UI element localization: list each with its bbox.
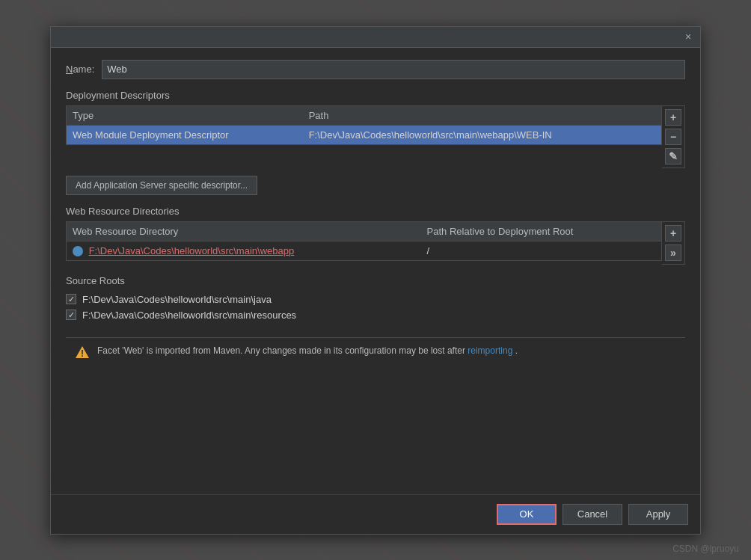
web-resource-actions: + » (662, 221, 685, 265)
source-root-path-0: F:\Dev\Java\Codes\helloworld\src\main\ja… (82, 294, 272, 305)
warning-bar: ! Facet 'Web' is imported from Maven. An… (66, 337, 685, 366)
warning-text-after: . (515, 345, 518, 356)
table-row[interactable]: Web Module Deployment Descriptor F:\Dev\… (67, 125, 662, 144)
edit-descriptor-button[interactable]: ✎ (665, 148, 681, 164)
web-resource-directories-section: Web Resource Directories Web Resource Di… (66, 206, 685, 265)
add-descriptor-button[interactable]: + (665, 109, 681, 126)
col-web-dir: Web Resource Directory (67, 221, 421, 241)
web-dir-path: F:\Dev\Java\Codes\helloworld\src\main\we… (89, 245, 295, 256)
warning-text-before: Facet 'Web' is imported from Maven. Any … (97, 345, 465, 356)
name-row: Name: (66, 60, 685, 79)
title-bar: × (51, 27, 700, 48)
source-root-path-1: F:\Dev\Java\Codes\helloworld\src\main\re… (82, 310, 296, 321)
source-roots-title: Source Roots (66, 275, 685, 286)
warning-text: Facet 'Web' is imported from Maven. Any … (97, 344, 518, 357)
dialog-footer: OK Cancel Apply (51, 494, 700, 534)
col-rel-path: Path Relative to Deployment Root (421, 221, 662, 241)
dialog-body: Name: Deployment Descriptors Type Path (51, 48, 700, 494)
cancel-button[interactable]: Cancel (563, 504, 622, 525)
deployment-descriptors-section: Deployment Descriptors Type Path Web Mod… (66, 90, 685, 195)
more-web-resource-button[interactable]: » (665, 244, 681, 261)
table-row[interactable]: F:\Dev\Java\Codes\helloworld\src\main\we… (67, 241, 662, 261)
deployment-table-container: Type Path Web Module Deployment Descript… (66, 105, 685, 168)
rel-path-cell: / (421, 241, 662, 261)
col-path: Path (303, 105, 662, 125)
list-item: F:\Dev\Java\Codes\helloworld\src\main\re… (66, 310, 685, 321)
web-resource-table: Web Resource Directory Path Relative to … (66, 221, 662, 262)
name-input[interactable] (102, 60, 685, 79)
svg-text:!: ! (81, 348, 84, 359)
web-resource-directories-title: Web Resource Directories (66, 206, 685, 217)
deployment-descriptors-title: Deployment Descriptors (66, 90, 685, 101)
warning-icon: ! (75, 345, 90, 360)
row-type: Web Module Deployment Descriptor (67, 125, 303, 144)
col-type: Type (67, 105, 303, 125)
csdn-watermark: CSDN @lpruoyu (672, 544, 739, 554)
web-dir-cell: F:\Dev\Java\Codes\helloworld\src\main\we… (67, 241, 421, 261)
warning-reimport-link[interactable]: reimporting (468, 345, 512, 356)
folder-icon (73, 246, 83, 256)
source-root-checkbox-0[interactable] (66, 294, 76, 304)
source-roots-list: F:\Dev\Java\Codes\helloworld\src\main\ja… (66, 291, 685, 324)
deployment-actions: + − ✎ (662, 105, 685, 168)
list-item: F:\Dev\Java\Codes\helloworld\src\main\ja… (66, 294, 685, 305)
remove-descriptor-button[interactable]: − (665, 129, 681, 145)
ok-button[interactable]: OK (497, 504, 557, 525)
web-resource-table-wrapper: Web Resource Directory Path Relative to … (66, 221, 662, 265)
source-root-checkbox-1[interactable] (66, 310, 76, 320)
source-roots-section: Source Roots F:\Dev\Java\Codes\helloworl… (66, 275, 685, 324)
add-app-server-descriptor-button[interactable]: Add Application Server specific descript… (66, 176, 257, 195)
main-dialog: × Name: Deployment Descriptors Type Path (50, 26, 701, 535)
close-button[interactable]: × (682, 31, 694, 43)
add-web-resource-button[interactable]: + (665, 225, 681, 241)
row-path: F:\Dev\Java\Codes\helloworld\src\main\we… (303, 125, 662, 144)
deployment-table: Type Path Web Module Deployment Descript… (66, 105, 662, 145)
deployment-table-wrapper: Type Path Web Module Deployment Descript… (66, 105, 662, 168)
name-label: Name: (66, 64, 94, 75)
web-resource-table-container: Web Resource Directory Path Relative to … (66, 221, 685, 265)
apply-button[interactable]: Apply (628, 504, 688, 525)
